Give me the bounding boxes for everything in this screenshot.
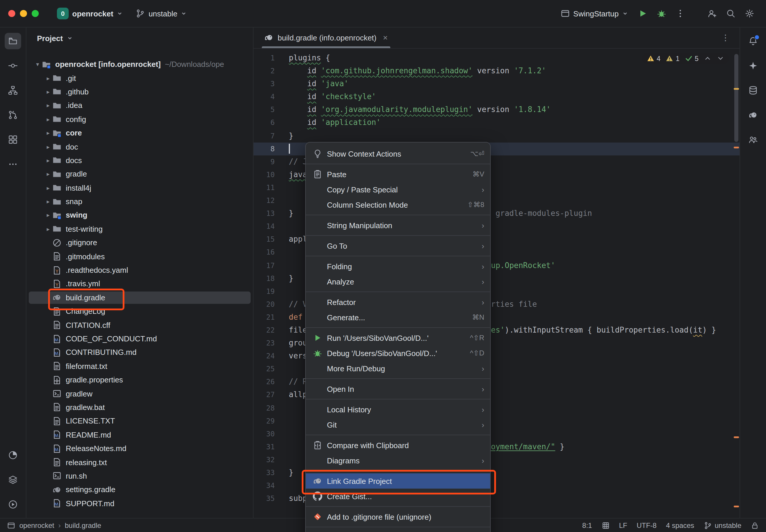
tree-item--idea[interactable]: ▸.idea	[26, 99, 253, 112]
menu-item-git[interactable]: Git›	[306, 417, 490, 432]
chevron-down-icon[interactable]: ▾	[33, 61, 42, 67]
chevron-right-icon[interactable]: ▸	[44, 157, 52, 164]
settings-button[interactable]	[741, 5, 758, 22]
code-with-me-button[interactable]	[704, 5, 720, 22]
line-number-30[interactable]: 30	[253, 427, 275, 440]
tree-item-doc[interactable]: ▸doc	[26, 140, 253, 154]
chevron-right-icon[interactable]: ▸	[44, 212, 52, 218]
more-actions-button[interactable]	[672, 5, 689, 22]
services-tool-button[interactable]	[5, 472, 21, 488]
menu-item-paste[interactable]: Paste⌘V	[306, 167, 490, 182]
menu-item-copy-paste-special[interactable]: Copy / Paste Special›	[306, 182, 490, 197]
analysis-mark[interactable]	[734, 88, 739, 90]
close-tab-icon[interactable]: ×	[383, 33, 388, 42]
tree-item--gitignore[interactable]: .gitignore	[26, 236, 253, 250]
line-number-6[interactable]: 6	[253, 116, 275, 129]
tree-item-snap[interactable]: ▸snap	[26, 195, 253, 209]
analysis-mark[interactable]	[734, 436, 739, 438]
gradle-tool-button[interactable]	[745, 107, 761, 123]
code-line-6[interactable]: id 'application'	[289, 116, 740, 129]
menu-item-run-users-sibovangool-d[interactable]: Run '/Users/SiboVanGool/D...'^⇧R	[306, 330, 490, 345]
menu-item-local-history[interactable]: Local History›	[306, 402, 490, 417]
menu-item-more-run-debug[interactable]: More Run/Debug›	[306, 361, 490, 376]
line-number-35[interactable]: 35	[253, 492, 275, 505]
tree-item--github[interactable]: ▸.github	[26, 85, 253, 99]
menu-item-column-selection-mode[interactable]: Column Selection Mode⇧⌘8	[306, 197, 490, 212]
line-number-27[interactable]: 27	[253, 389, 275, 401]
tree-item-run-sh[interactable]: run.sh	[26, 469, 253, 483]
tree-item-gradlew[interactable]: gradlew	[26, 387, 253, 401]
line-number-28[interactable]: 28	[253, 401, 275, 414]
debug-button[interactable]	[653, 5, 670, 22]
tab-options-button[interactable]: ⋮	[717, 33, 735, 42]
line-number-20[interactable]: 20	[253, 298, 275, 311]
line-number-26[interactable]: 26	[253, 376, 275, 389]
line-number-1[interactable]: 1	[253, 52, 275, 65]
chevron-right-icon[interactable]: ▸	[44, 89, 52, 95]
line-number-34[interactable]: 34	[253, 479, 275, 492]
close-window-button[interactable]	[8, 10, 15, 17]
tree-item-swing[interactable]: ▸swing	[26, 209, 253, 222]
line-number-29[interactable]: 29	[253, 414, 275, 427]
tree-item-gradlew-bat[interactable]: gradlew.bat	[26, 401, 253, 414]
line-number-15[interactable]: 15	[253, 233, 275, 246]
line-number-32[interactable]: 32	[253, 453, 275, 466]
line-number-12[interactable]: 12	[253, 194, 275, 207]
tree-item--travis-yml[interactable]: Y.travis.yml	[26, 277, 253, 291]
menu-item-go-to[interactable]: Go To›	[306, 238, 490, 253]
zoom-window-button[interactable]	[32, 10, 39, 17]
grid-icon[interactable]	[601, 521, 610, 529]
tree-item--git[interactable]: ▸.git	[26, 71, 253, 85]
tree-item-gradle[interactable]: ▸gradle	[26, 167, 253, 181]
profiler-tool-button[interactable]	[5, 447, 21, 463]
menu-item-refactor[interactable]: Refactor›	[306, 294, 490, 310]
line-number-10[interactable]: 10	[253, 168, 275, 181]
menu-item-diagrams[interactable]: Diagrams›	[306, 453, 490, 468]
line-number-21[interactable]: 21	[253, 311, 275, 324]
next-problem-button[interactable]	[717, 55, 724, 62]
line-number-31[interactable]: 31	[253, 440, 275, 453]
line-number-25[interactable]: 25	[253, 363, 275, 376]
tree-item-install4j[interactable]: ▸install4j	[26, 181, 253, 195]
chevron-right-icon[interactable]: ▸	[44, 116, 52, 123]
line-number-13[interactable]: 13	[253, 207, 275, 220]
tree-item-build-gradle[interactable]: build.gradle	[26, 291, 253, 304]
menu-item-create-gist[interactable]: Create Gist...	[306, 489, 490, 504]
search-everywhere-button[interactable]	[723, 5, 739, 22]
chevron-right-icon[interactable]: ▸	[44, 226, 52, 232]
project-panel-header[interactable]: Project	[26, 27, 253, 49]
analysis-mark[interactable]	[734, 506, 739, 507]
branch-widget[interactable]: unstable	[131, 6, 191, 21]
menu-item-generate[interactable]: Generate...⌘N	[306, 310, 490, 325]
tree-item-readme-md[interactable]: M↓README.md	[26, 428, 253, 442]
analysis-mark[interactable]	[734, 147, 739, 148]
tree-item-code-of-conduct-md[interactable]: M↓CODE_OF_CONDUCT.md	[26, 332, 253, 346]
run-tool-button[interactable]	[5, 496, 21, 513]
run-button[interactable]	[635, 5, 651, 22]
menu-item-analyze[interactable]: Analyze›	[306, 274, 490, 289]
line-number-4[interactable]: 4	[253, 91, 275, 104]
encoding-widget[interactable]: UTF-8	[637, 521, 657, 529]
menu-item-show-context-actions[interactable]: Show Context Actions⌥⏎	[306, 146, 490, 161]
tree-item-citation-cff[interactable]: CITATION.cff	[26, 318, 253, 332]
pull-requests-tool-button[interactable]	[5, 107, 21, 123]
indent-widget[interactable]: 4 spaces	[666, 521, 694, 529]
line-number-14[interactable]: 14	[253, 220, 275, 233]
chevron-right-icon[interactable]: ▸	[44, 143, 52, 150]
line-number-7[interactable]: 7	[253, 129, 275, 142]
code-line-7[interactable]: }	[289, 129, 740, 142]
project-tool-button[interactable]	[5, 33, 21, 49]
structure-tool-button[interactable]	[5, 82, 21, 99]
code-line-5[interactable]: id 'org.javamodularity.moduleplugin' ver…	[289, 104, 740, 116]
line-number-19[interactable]: 19	[253, 285, 275, 298]
line-number-16[interactable]: 16	[253, 246, 275, 259]
editor-gutter[interactable]: 1234567891011121314151617181920212223242…	[253, 52, 275, 505]
line-number-2[interactable]: 2	[253, 65, 275, 77]
tree-item-contributing-md[interactable]: M↓CONTRIBUTING.md	[26, 345, 253, 359]
chevron-right-icon[interactable]: ▸	[44, 75, 52, 81]
tree-item-gradle-properties[interactable]: gradle.properties	[26, 373, 253, 387]
inspections-widget[interactable]: 4 1 5	[642, 53, 729, 64]
editor-tab-build-gradle[interactable]: build.gradle (info.openrocket) ×	[258, 27, 394, 48]
menu-item-link-gradle-project[interactable]: Link Gradle Project	[306, 473, 490, 489]
tree-item-openrocket-info-openrocket-[interactable]: ▾openrocket [info.openrocket]~/Downloads…	[26, 57, 253, 71]
